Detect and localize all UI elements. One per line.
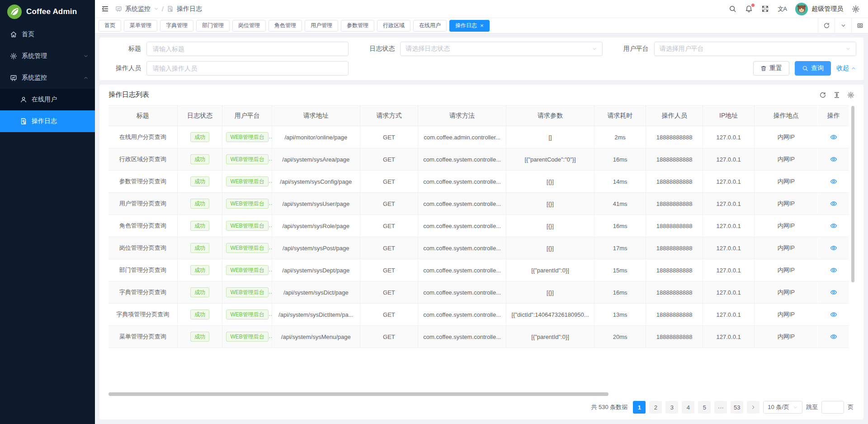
translate-icon[interactable]: 文A [778,5,787,13]
next-page-button[interactable] [747,401,760,414]
platform-badge: WEB管理后台 [226,243,268,253]
view-detail-eye-icon[interactable] [830,289,837,296]
cell-params: [{"dictId":140647326180950... [506,304,594,326]
sidebar: Coffee Admin 首页系统管理系统监控在线用户操作日志 [0,0,95,424]
monitor-icon [115,5,122,12]
view-detail-eye-icon[interactable] [830,133,837,141]
tab-operation-log[interactable]: 操作日志× [449,20,490,32]
tab-user-manage[interactable]: 用户管理 [305,20,338,32]
gear-icon [10,52,17,60]
operator-input-field[interactable] [152,64,343,72]
page-ellipsis[interactable]: ··· [714,401,727,414]
view-detail-eye-icon[interactable] [830,200,837,207]
cell-operator: 18888888888 [646,215,703,237]
top-navbar: 系统监控 / 操作日志 文A [95,0,868,18]
page-button-3[interactable]: 3 [665,401,678,414]
view-detail-eye-icon[interactable] [830,311,837,318]
main-area: 系统监控 / 操作日志 文A [95,0,868,424]
settings-gear-icon[interactable] [852,5,860,13]
sidebar-item-online-users[interactable]: 在线用户 [0,89,95,110]
view-detail-eye-icon[interactable] [830,156,837,163]
cell-actions [818,193,849,215]
user-menu[interactable]: 超级管理员 [795,3,843,15]
view-detail-eye-icon[interactable] [830,222,837,229]
tab-dept-manage[interactable]: 部门管理 [196,20,230,32]
cell-platform: WEB管理后台 [222,171,272,193]
search-icon[interactable] [729,5,736,13]
cell-platform: WEB管理后台 [222,304,272,326]
page-size-select[interactable]: 10 条/页 [763,401,802,414]
cell-http-method: GET [360,126,418,148]
chevron-down-icon [845,46,851,52]
breadcrumb-section[interactable]: 系统监控 [125,5,151,13]
tab-online-users[interactable]: 在线用户 [413,20,447,32]
refresh-icon[interactable] [818,18,835,33]
cell-status: 成功 [177,171,222,193]
cell-ip: 127.0.0.1 [703,326,755,348]
page-content: 标题 日志状态 请选择日志状态 用户平台 请选择用户平台 [95,33,868,424]
user-platform-select[interactable]: 请选择用户平台 [654,42,856,56]
view-detail-eye-icon[interactable] [830,267,837,274]
tab-options-chevron-icon[interactable] [835,18,851,33]
column-header: 请求地址 [272,105,360,126]
cell-params: [{}] [506,215,594,237]
maximize-icon[interactable] [851,18,868,33]
sidebar-item-home[interactable]: 首页 [0,24,95,45]
sidebar-item-operation-log[interactable]: 操作日志 [0,110,95,132]
log-status-select[interactable]: 请选择日志状态 [400,42,602,56]
title-input-field[interactable] [152,45,343,53]
horizontal-scrollbar[interactable] [108,392,609,396]
operator-input[interactable] [146,61,349,76]
cell-http-method: GET [360,193,418,215]
tab-role-manage[interactable]: 角色管理 [269,20,302,32]
tab-home[interactable]: 首页 [99,20,121,32]
page-button-5[interactable]: 5 [698,401,711,414]
status-badge: 成功 [190,221,209,231]
column-header: IP地址 [703,105,755,126]
tab-menu-manage[interactable]: 菜单管理 [124,20,157,32]
fullscreen-icon[interactable] [761,5,769,13]
tab-area-manage[interactable]: 行政区域 [377,20,410,32]
status-badge: 成功 [190,243,209,253]
reset-button[interactable]: 重置 [753,61,789,76]
cell-http-method: GET [360,237,418,259]
cell-method: com.coffee.system.controlle... [418,281,506,304]
cell-operator: 18888888888 [646,281,703,304]
sidebar-item-system-manage[interactable]: 系统管理 [0,45,95,67]
tab-dict-manage[interactable]: 字典管理 [160,20,193,32]
cell-http-method: GET [360,304,418,326]
refresh-icon[interactable] [819,91,826,99]
row-density-icon[interactable] [833,91,840,99]
sidebar-item-system-monitor[interactable]: 系统监控 [0,67,95,89]
platform-badge: WEB管理后台 [226,265,268,275]
platform-badge: WEB管理后台 [226,221,268,231]
cell-title: 参数管理分页查询 [108,171,177,193]
page-button-2[interactable]: 2 [649,401,662,414]
view-detail-eye-icon[interactable] [830,244,837,252]
tab-close-icon[interactable]: × [480,23,484,29]
cell-operator: 18888888888 [646,304,703,326]
log-list-panel: 操作日志列表 标题日志状态用户平台请求地址请求方式请求方法请求参数 [99,85,863,419]
collapse-filter-link[interactable]: 收起 [836,64,856,72]
page-button-1[interactable]: 1 [633,401,646,414]
vertical-scrollbar[interactable] [851,106,854,282]
cell-http-method: GET [360,326,418,348]
view-detail-eye-icon[interactable] [830,178,837,185]
title-input[interactable] [146,42,349,56]
tab-config-manage[interactable]: 参数管理 [341,20,374,32]
cell-operator: 18888888888 [646,237,703,259]
search-button[interactable]: 查询 [795,61,831,76]
cell-title: 菜单管理分页查询 [108,326,177,348]
column-settings-gear-icon[interactable] [847,91,854,99]
cell-location: 内网IP [755,259,818,281]
cell-method: com.coffee.system.controlle... [418,259,506,281]
jump-page-input[interactable] [821,401,844,414]
view-detail-eye-icon[interactable] [830,333,837,340]
cell-method: com.coffee.system.controlle... [418,215,506,237]
sidebar-collapse-icon[interactable] [101,5,109,13]
notification-bell-icon[interactable] [745,5,753,13]
page-button-53[interactable]: 53 [731,401,743,414]
filter-item-log-status: 日志状态 请选择日志状态 [360,42,602,56]
tab-post-manage[interactable]: 岗位管理 [232,20,266,32]
page-button-4[interactable]: 4 [682,401,694,414]
